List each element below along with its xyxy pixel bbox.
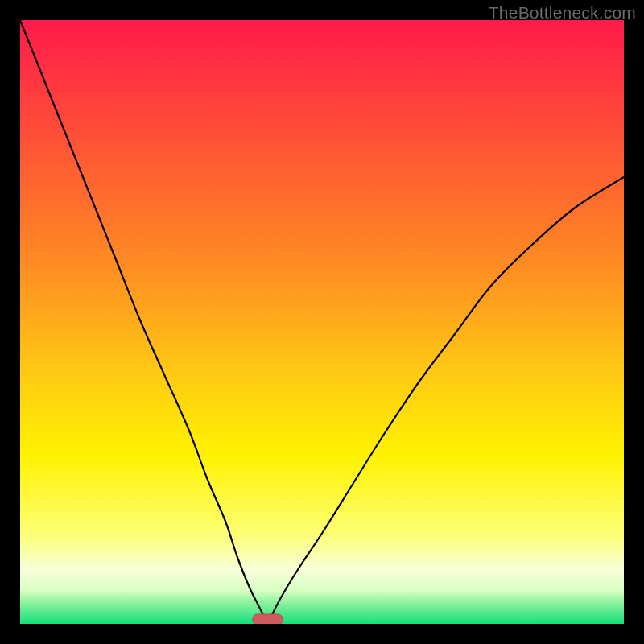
chart-canvas <box>20 20 624 624</box>
chart-frame: TheBottleneck.com <box>0 0 644 644</box>
watermark-text: TheBottleneck.com <box>489 3 636 23</box>
cusp-marker <box>253 614 283 624</box>
plot-area <box>20 20 624 624</box>
